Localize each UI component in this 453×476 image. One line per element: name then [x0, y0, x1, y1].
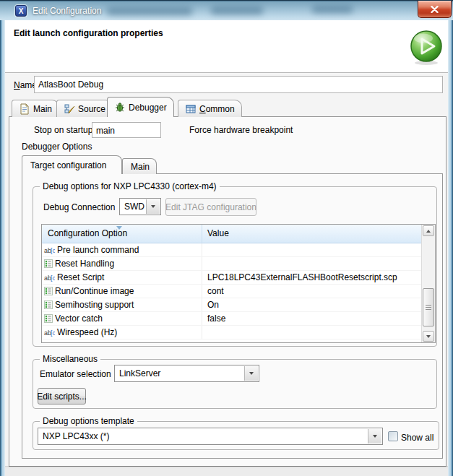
window-title: Edit Configuration — [33, 6, 101, 16]
svg-text:[c: [c — [51, 329, 55, 337]
text-field-icon: ab[c — [44, 246, 55, 254]
option-value: false — [202, 312, 423, 325]
debugger-options-label: Debugger Options — [22, 142, 92, 152]
sort-descending-icon — [116, 226, 122, 230]
table-row[interactable]: Reset Handling — [42, 257, 423, 271]
miscellaneous-group-title: Miscellaneous — [40, 354, 100, 365]
scrollbar-thumb[interactable] — [423, 288, 434, 326]
dropdown-arrow-icon — [244, 366, 258, 381]
table-scrollbar[interactable] — [421, 225, 435, 342]
option-value: On — [202, 298, 423, 311]
dropdown-arrow-icon — [368, 429, 381, 443]
show-all-checkbox[interactable] — [388, 431, 398, 441]
configuration-options-table: Configuration Option Value ab[c Pre laun… — [41, 224, 436, 343]
tab-debugger-main[interactable]: Main — [122, 158, 157, 174]
table-row[interactable]: ab[c Reset Script LPC18LPC43ExternalFLAS… — [42, 271, 423, 285]
show-all-label: Show all — [401, 433, 433, 443]
text-field-icon: ab[c — [44, 274, 55, 282]
table-row[interactable]: Vector catch false — [42, 312, 423, 326]
tab-target-configuration[interactable]: Target configuration — [22, 155, 122, 174]
tab-target-configuration-label: Target configuration — [30, 160, 106, 170]
dialog-body: Edit launch configuration properties Nam… — [5, 20, 448, 476]
column-header-configuration-option[interactable]: Configuration Option — [42, 225, 202, 243]
option-name: Reset Handling — [55, 259, 114, 269]
launch-config-icon: X — [15, 5, 27, 17]
close-button[interactable] — [418, 1, 452, 18]
window-border-left — [0, 20, 5, 476]
table-row[interactable]: Semihosting support On — [42, 298, 423, 312]
option-name: Vector catch — [55, 313, 103, 324]
tab-source-label: Source — [78, 104, 105, 114]
edit-configuration-dialog: X Edit Configuration Edit launch configu… — [0, 0, 453, 476]
table-header[interactable]: Configuration Option Value — [42, 225, 423, 243]
glass-blur-artifact — [107, 7, 192, 15]
run-icon — [408, 30, 444, 66]
tab-debugger-label: Debugger — [129, 103, 167, 113]
tab-debugger-main-label: Main — [131, 162, 150, 172]
debug-options-template-value: NXP LPC43xx (*) — [43, 430, 109, 442]
emulator-selection-label: Emulator selection — [40, 369, 111, 379]
file-icon — [19, 103, 30, 115]
tab-source[interactable]: Source — [56, 100, 113, 117]
titlebar[interactable]: X Edit Configuration — [0, 0, 453, 20]
option-name: Wirespeed (Hz) — [57, 327, 117, 337]
emulator-selection-value: LinkServer — [119, 368, 160, 379]
svg-text:[c: [c — [51, 247, 55, 254]
window-border-right — [448, 20, 453, 476]
table-row[interactable]: ab[c Wirespeed (Hz) — [42, 326, 423, 339]
column-header-value[interactable]: Value — [202, 225, 423, 243]
debug-connection-label: Debug Connection — [43, 202, 115, 212]
dropdown-arrow-icon — [146, 199, 160, 214]
tab-main[interactable]: Main — [12, 100, 59, 117]
arrow-down-icon — [426, 335, 431, 338]
dialog-footer-strip — [5, 467, 448, 476]
option-name: Pre launch command — [57, 245, 139, 255]
close-icon — [431, 6, 439, 13]
option-value: LPC18LPC43ExternalFLASHBootResetscript.s… — [202, 271, 423, 284]
tab-main-label: Main — [33, 104, 52, 114]
emulator-selection-dropdown[interactable]: LinkServer — [114, 365, 259, 382]
option-value — [202, 326, 423, 339]
text-field-icon: ab[c — [44, 329, 55, 337]
enum-icon — [44, 287, 53, 295]
source-icon — [64, 103, 75, 115]
option-value — [202, 257, 423, 270]
glass-blur-artifact — [211, 7, 263, 14]
glass-blur-artifact — [312, 6, 353, 13]
enum-icon — [44, 259, 53, 268]
debug-options-group-title: Debug options for NXP LPC4330 (cortex-m4… — [40, 181, 220, 192]
dialog-header: Edit launch configuration properties — [5, 20, 448, 73]
table-icon — [185, 103, 197, 115]
enum-icon — [44, 300, 53, 309]
table-row[interactable]: Run/Continue image cont — [42, 285, 423, 298]
arrow-up-icon — [426, 230, 431, 233]
tab-debugger[interactable]: Debugger — [107, 97, 174, 117]
option-name: Reset Script — [57, 272, 104, 282]
svg-text:[c: [c — [51, 274, 55, 282]
edit-scripts-button[interactable]: Edit scripts... — [38, 388, 86, 404]
debug-connection-dropdown[interactable]: SWD — [119, 198, 161, 215]
name-input[interactable]: AtlasBoot Debug — [34, 76, 443, 93]
debug-options-template-title: Debug options template — [40, 416, 137, 427]
edit-jtag-configuration-button[interactable]: Edit JTAG configuration — [165, 198, 256, 216]
bug-icon — [114, 102, 126, 113]
scroll-up-button[interactable] — [423, 225, 434, 236]
option-value: cont — [202, 285, 423, 298]
stop-on-startup-input[interactable]: main — [92, 122, 161, 138]
option-value — [202, 243, 423, 256]
debug-options-template-dropdown[interactable]: NXP LPC43xx (*) — [38, 428, 383, 445]
debug-connection-value: SWD — [124, 201, 144, 212]
option-name: Run/Continue image — [55, 286, 134, 296]
config-table-body: ab[c Pre launch command Reset Handling — [42, 243, 435, 339]
tab-common[interactable]: Common — [178, 100, 242, 117]
tab-common-label: Common — [199, 104, 235, 114]
scroll-down-button[interactable] — [423, 331, 434, 342]
force-hardware-breakpoint-label: Force hardware breakpoint — [189, 125, 293, 135]
enum-icon — [44, 314, 53, 323]
dialog-header-title: Edit launch configuration properties — [14, 28, 163, 38]
option-name: Semihosting support — [55, 300, 134, 310]
table-row[interactable]: ab[c Pre launch command — [42, 243, 423, 257]
